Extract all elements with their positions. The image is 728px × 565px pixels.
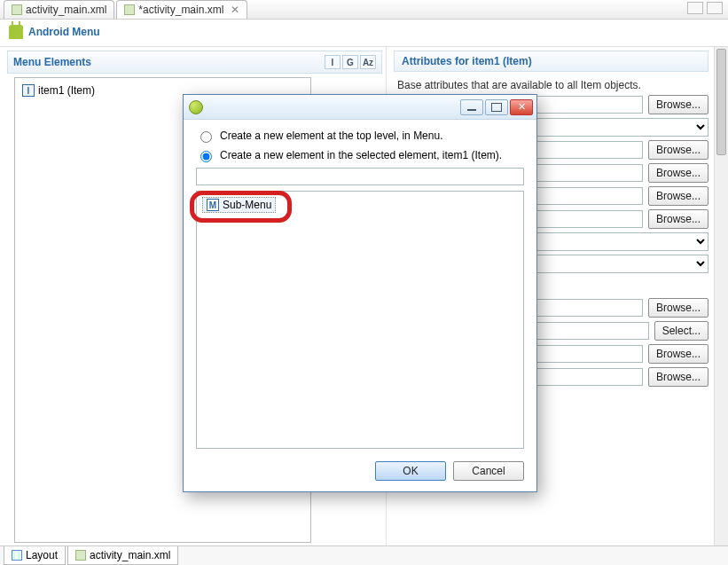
dialog-icon [189,100,203,114]
window-close-button[interactable] [510,99,533,115]
menu-icon: M [207,199,219,211]
radio-top-level-input[interactable] [200,131,212,143]
dialog-titlebar[interactable] [184,95,536,120]
dialog-overlay: Create a new element at the top level, i… [0,0,728,565]
radio-top-level[interactable]: Create a new element at the top level, i… [196,129,524,143]
cancel-button[interactable]: Cancel [453,461,524,481]
filter-input[interactable] [196,168,524,185]
list-item-sub-menu[interactable]: M Sub-Menu [202,197,276,213]
element-type-list[interactable]: M Sub-Menu [196,191,524,449]
window-minimize-button[interactable] [460,99,483,115]
list-item-label: Sub-Menu [223,199,271,211]
window-maximize-button[interactable] [485,99,508,115]
radio-top-level-label: Create a new element at the top level, i… [220,129,442,142]
ok-button[interactable]: OK [375,461,446,481]
radio-selected-element[interactable]: Create a new element in the selected ele… [196,148,524,162]
radio-selected-element-label: Create a new element in the selected ele… [220,149,502,161]
radio-selected-element-input[interactable] [200,151,212,162]
create-element-dialog: Create a new element at the top level, i… [183,94,537,492]
